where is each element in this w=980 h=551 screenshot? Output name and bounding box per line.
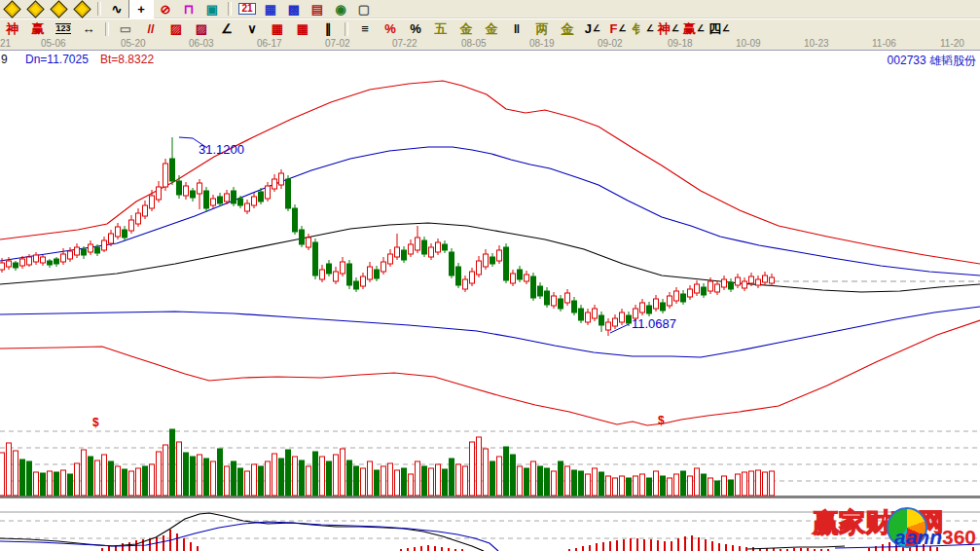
trough-price-label: 11.0687 (632, 316, 676, 331)
band-lower_red (0, 320, 980, 425)
chart-canvas[interactable]: 31.120011.0687$$ (0, 0, 980, 551)
stock-analysis-window: ∿+⊘⊓▣21▦▩▤◉▢ 神赢123↔▭//▨▨∠∨▦▦∥≡%%五金金‖两金J∠… (0, 0, 980, 551)
macd-dea-line (835, 544, 980, 548)
macd-dif-line (0, 513, 484, 551)
candlesticks (0, 137, 775, 336)
macd-dif-line (747, 546, 845, 549)
band-upper_red (0, 81, 980, 264)
dollar-signal-marker: $ (658, 414, 665, 427)
band-lower_blue (0, 307, 980, 357)
macd-pane (0, 513, 980, 551)
peak-price-label: 31.1200 (199, 142, 244, 157)
dollar-signal-marker: $ (92, 416, 99, 429)
macd-dea-line (0, 522, 498, 551)
envelope-bands (0, 81, 980, 425)
volume-bars (0, 429, 775, 496)
